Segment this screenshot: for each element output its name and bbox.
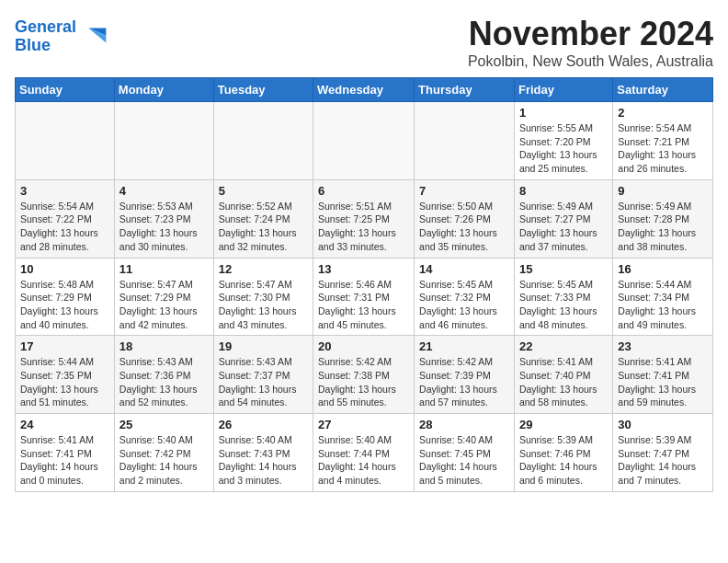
day-info: Sunrise: 5:41 AM Sunset: 7:41 PM Dayligh… bbox=[618, 355, 708, 409]
calendar-day-cell: 27Sunrise: 5:40 AM Sunset: 7:44 PM Dayli… bbox=[313, 414, 415, 492]
day-number: 20 bbox=[318, 339, 409, 353]
day-info: Sunrise: 5:44 AM Sunset: 7:34 PM Dayligh… bbox=[618, 278, 708, 332]
location-title: Pokolbin, New South Wales, Australia bbox=[468, 53, 713, 70]
day-number: 23 bbox=[618, 339, 708, 353]
logo-icon bbox=[78, 22, 108, 52]
calendar-day-cell: 1Sunrise: 5:55 AM Sunset: 7:20 PM Daylig… bbox=[514, 102, 612, 180]
day-info: Sunrise: 5:47 AM Sunset: 7:30 PM Dayligh… bbox=[219, 278, 308, 332]
day-number: 22 bbox=[519, 339, 608, 353]
day-number: 15 bbox=[519, 262, 608, 276]
calendar-day-cell bbox=[114, 102, 213, 180]
day-number: 8 bbox=[519, 184, 608, 198]
day-number: 10 bbox=[20, 262, 109, 276]
calendar-table: SundayMondayTuesdayWednesdayThursdayFrid… bbox=[15, 77, 713, 492]
calendar-day-cell: 14Sunrise: 5:45 AM Sunset: 7:32 PM Dayli… bbox=[415, 258, 515, 336]
calendar-day-cell: 29Sunrise: 5:39 AM Sunset: 7:46 PM Dayli… bbox=[514, 414, 612, 492]
day-info: Sunrise: 5:45 AM Sunset: 7:33 PM Dayligh… bbox=[519, 278, 608, 332]
logo-line1: General bbox=[15, 17, 76, 36]
day-number: 2 bbox=[618, 106, 708, 120]
day-number: 27 bbox=[318, 418, 409, 431]
day-info: Sunrise: 5:45 AM Sunset: 7:32 PM Dayligh… bbox=[419, 278, 509, 332]
day-info: Sunrise: 5:40 AM Sunset: 7:44 PM Dayligh… bbox=[318, 433, 409, 488]
day-number: 29 bbox=[519, 418, 608, 431]
day-info: Sunrise: 5:50 AM Sunset: 7:26 PM Dayligh… bbox=[419, 200, 509, 254]
day-info: Sunrise: 5:40 AM Sunset: 7:42 PM Dayligh… bbox=[119, 433, 209, 488]
day-number: 16 bbox=[618, 262, 708, 276]
day-info: Sunrise: 5:53 AM Sunset: 7:23 PM Dayligh… bbox=[119, 200, 209, 254]
day-number: 19 bbox=[219, 339, 308, 353]
day-number: 21 bbox=[419, 339, 509, 353]
title-area: November 2024 Pokolbin, New South Wales,… bbox=[468, 15, 713, 70]
calendar-day-cell: 30Sunrise: 5:39 AM Sunset: 7:47 PM Dayli… bbox=[613, 414, 713, 492]
weekday-header: Tuesday bbox=[213, 78, 313, 102]
day-info: Sunrise: 5:49 AM Sunset: 7:27 PM Dayligh… bbox=[519, 200, 608, 254]
logo-line2: Blue bbox=[15, 36, 51, 54]
calendar-day-cell: 21Sunrise: 5:42 AM Sunset: 7:39 PM Dayli… bbox=[415, 336, 515, 414]
calendar-day-cell: 8Sunrise: 5:49 AM Sunset: 7:27 PM Daylig… bbox=[514, 179, 612, 258]
weekday-header: Monday bbox=[114, 78, 213, 102]
calendar-day-cell bbox=[415, 102, 515, 180]
day-number: 14 bbox=[419, 262, 509, 276]
calendar-day-cell: 12Sunrise: 5:47 AM Sunset: 7:30 PM Dayli… bbox=[213, 258, 313, 336]
calendar-day-cell: 23Sunrise: 5:41 AM Sunset: 7:41 PM Dayli… bbox=[613, 336, 713, 414]
day-number: 9 bbox=[618, 184, 708, 198]
day-info: Sunrise: 5:39 AM Sunset: 7:46 PM Dayligh… bbox=[519, 433, 608, 488]
day-info: Sunrise: 5:52 AM Sunset: 7:24 PM Dayligh… bbox=[219, 200, 308, 254]
logo: General Blue bbox=[15, 18, 108, 55]
day-number: 26 bbox=[219, 418, 308, 431]
weekday-header: Saturday bbox=[613, 78, 713, 102]
day-info: Sunrise: 5:48 AM Sunset: 7:29 PM Dayligh… bbox=[20, 278, 109, 332]
calendar-week-row: 3Sunrise: 5:54 AM Sunset: 7:22 PM Daylig… bbox=[16, 179, 713, 258]
header: General Blue November 2024 Pokolbin, New… bbox=[15, 15, 713, 70]
month-title: November 2024 bbox=[468, 15, 713, 53]
day-info: Sunrise: 5:40 AM Sunset: 7:43 PM Dayligh… bbox=[219, 433, 308, 488]
calendar-day-cell: 7Sunrise: 5:50 AM Sunset: 7:26 PM Daylig… bbox=[415, 179, 515, 258]
calendar-day-cell: 9Sunrise: 5:49 AM Sunset: 7:28 PM Daylig… bbox=[613, 179, 713, 258]
day-number: 25 bbox=[119, 418, 209, 431]
day-info: Sunrise: 5:41 AM Sunset: 7:41 PM Dayligh… bbox=[20, 433, 109, 488]
day-info: Sunrise: 5:43 AM Sunset: 7:36 PM Dayligh… bbox=[119, 355, 209, 409]
day-info: Sunrise: 5:39 AM Sunset: 7:47 PM Dayligh… bbox=[618, 433, 708, 488]
calendar-day-cell: 11Sunrise: 5:47 AM Sunset: 7:29 PM Dayli… bbox=[114, 258, 213, 336]
calendar-day-cell: 16Sunrise: 5:44 AM Sunset: 7:34 PM Dayli… bbox=[613, 258, 713, 336]
day-number: 6 bbox=[318, 184, 409, 198]
calendar-day-cell: 3Sunrise: 5:54 AM Sunset: 7:22 PM Daylig… bbox=[16, 179, 115, 258]
day-number: 30 bbox=[618, 418, 708, 431]
calendar-day-cell bbox=[16, 102, 115, 180]
calendar-day-cell: 5Sunrise: 5:52 AM Sunset: 7:24 PM Daylig… bbox=[213, 179, 313, 258]
day-number: 28 bbox=[419, 418, 509, 431]
day-info: Sunrise: 5:40 AM Sunset: 7:45 PM Dayligh… bbox=[419, 433, 509, 488]
day-info: Sunrise: 5:43 AM Sunset: 7:37 PM Dayligh… bbox=[219, 355, 308, 409]
day-info: Sunrise: 5:54 AM Sunset: 7:21 PM Dayligh… bbox=[618, 121, 708, 176]
calendar-day-cell: 15Sunrise: 5:45 AM Sunset: 7:33 PM Dayli… bbox=[514, 258, 612, 336]
calendar-day-cell: 10Sunrise: 5:48 AM Sunset: 7:29 PM Dayli… bbox=[16, 258, 115, 336]
calendar-day-cell bbox=[313, 102, 415, 180]
calendar-day-cell: 18Sunrise: 5:43 AM Sunset: 7:36 PM Dayli… bbox=[114, 336, 213, 414]
calendar-day-cell: 20Sunrise: 5:42 AM Sunset: 7:38 PM Dayli… bbox=[313, 336, 415, 414]
day-info: Sunrise: 5:46 AM Sunset: 7:31 PM Dayligh… bbox=[318, 278, 409, 332]
day-info: Sunrise: 5:42 AM Sunset: 7:38 PM Dayligh… bbox=[318, 355, 409, 409]
calendar-day-cell: 22Sunrise: 5:41 AM Sunset: 7:40 PM Dayli… bbox=[514, 336, 612, 414]
day-number: 24 bbox=[20, 418, 109, 431]
weekday-header: Thursday bbox=[415, 78, 515, 102]
day-info: Sunrise: 5:44 AM Sunset: 7:35 PM Dayligh… bbox=[20, 355, 109, 409]
calendar-day-cell: 6Sunrise: 5:51 AM Sunset: 7:25 PM Daylig… bbox=[313, 179, 415, 258]
calendar-day-cell: 26Sunrise: 5:40 AM Sunset: 7:43 PM Dayli… bbox=[213, 414, 313, 492]
calendar-day-cell: 17Sunrise: 5:44 AM Sunset: 7:35 PM Dayli… bbox=[16, 336, 115, 414]
day-number: 5 bbox=[219, 184, 308, 198]
day-info: Sunrise: 5:42 AM Sunset: 7:39 PM Dayligh… bbox=[419, 355, 509, 409]
weekday-header-row: SundayMondayTuesdayWednesdayThursdayFrid… bbox=[16, 78, 713, 102]
day-number: 1 bbox=[519, 106, 608, 120]
calendar-day-cell: 28Sunrise: 5:40 AM Sunset: 7:45 PM Dayli… bbox=[415, 414, 515, 492]
day-number: 11 bbox=[119, 262, 209, 276]
calendar-day-cell: 13Sunrise: 5:46 AM Sunset: 7:31 PM Dayli… bbox=[313, 258, 415, 336]
day-number: 12 bbox=[219, 262, 308, 276]
calendar-day-cell: 2Sunrise: 5:54 AM Sunset: 7:21 PM Daylig… bbox=[613, 102, 713, 180]
logo-text: General Blue bbox=[15, 18, 76, 55]
day-number: 17 bbox=[20, 339, 109, 353]
weekday-header: Friday bbox=[514, 78, 612, 102]
day-number: 3 bbox=[20, 184, 109, 198]
day-info: Sunrise: 5:41 AM Sunset: 7:40 PM Dayligh… bbox=[519, 355, 608, 409]
calendar-day-cell bbox=[213, 102, 313, 180]
calendar-week-row: 17Sunrise: 5:44 AM Sunset: 7:35 PM Dayli… bbox=[16, 336, 713, 414]
